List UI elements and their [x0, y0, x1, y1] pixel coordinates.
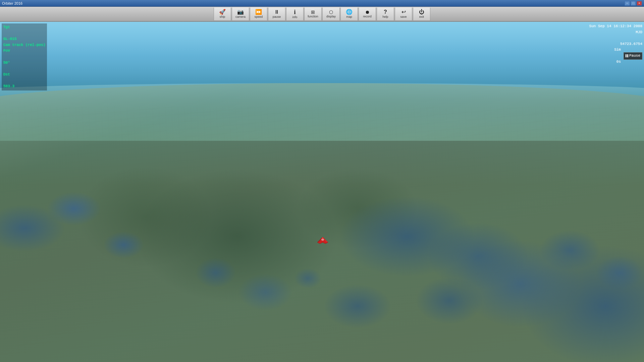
info-button[interactable]: i info [286, 7, 304, 21]
ship-label: ship [220, 15, 225, 18]
display-icon: ⬡ [329, 10, 333, 14]
record-button[interactable]: ⏺ record [359, 7, 376, 21]
viewport: Tgt GL-01S Cam track (rel-pos) FoV 50° D… [0, 22, 644, 362]
exit-button[interactable]: ⏻ exit [413, 7, 430, 21]
map-label: map [346, 15, 352, 18]
maximize-button[interactable]: □ [631, 1, 636, 6]
help-icon: ? [384, 9, 387, 15]
exit-label: exit [419, 15, 424, 18]
help-button[interactable]: ? help [377, 7, 394, 21]
pause-indicator: Pause [624, 52, 642, 60]
speed-label: speed [255, 15, 263, 18]
hud-fov-dst: FoV 50° Dst 583.3 [3, 48, 45, 89]
display-label: display [326, 15, 336, 18]
camera-button[interactable]: 📷 camera [232, 7, 249, 21]
pause-bars-icon [626, 54, 628, 57]
info-icon: i [294, 9, 296, 15]
hud-target: Tgt GL-01S [3, 24, 45, 42]
datetime-panel: Sun Sep 14 16:12:34 2008 MJD 54723.6754 … [589, 23, 642, 65]
ship-button[interactable]: 🚀 ship [214, 7, 231, 21]
exit-icon: ⏻ [419, 9, 424, 15]
info-label: info [292, 15, 298, 19]
save-label: save [400, 15, 407, 18]
function-icon: ⊞ [311, 10, 315, 14]
function-button[interactable]: ⊞ function [304, 7, 322, 21]
pause-label: pause [273, 15, 281, 18]
close-button[interactable]: ✕ [637, 1, 642, 6]
help-label: help [382, 15, 388, 18]
map-button[interactable]: 🌐 map [340, 7, 358, 21]
titlebar: Orbiter 2016 ─ □ ✕ [0, 0, 644, 7]
display-button[interactable]: ⬡ display [322, 7, 340, 21]
record-label: record [363, 15, 372, 18]
mjd-display: MJD 54723.6754 [589, 29, 642, 47]
toolbar: 🚀 ship 📷 camera ⏩ speed ⏸ pause i info ⊞… [0, 7, 644, 22]
function-label: function [308, 15, 318, 18]
save-button[interactable]: ↩ save [395, 7, 412, 21]
save-icon: ↩ [401, 9, 406, 15]
camera-icon: 📷 [237, 9, 244, 15]
window-title: Orbiter 2016 [2, 1, 625, 5]
pause-icon: ⏸ [274, 9, 279, 15]
camera-label: camera [235, 15, 246, 18]
pause-button[interactable]: ⏸ pause [268, 7, 285, 21]
record-icon: ⏺ [365, 10, 370, 14]
speed-icon: ⏩ [255, 9, 262, 15]
earth-surface [0, 83, 644, 362]
sim-pause-display: Sim 0s Pause [589, 47, 642, 65]
hud-panel: Tgt GL-01S Cam track (rel-pos) FoV 50° D… [2, 23, 47, 90]
hud-cam: Cam track (rel-pos) [3, 42, 45, 48]
window-controls: ─ □ ✕ [625, 1, 642, 6]
speed-button[interactable]: ⏩ speed [250, 7, 267, 21]
map-icon: 🌐 [346, 9, 353, 15]
date-display: Sun Sep 14 16:12:34 2008 [589, 23, 642, 29]
ship-icon: 🚀 [219, 9, 226, 15]
spacecraft [315, 236, 330, 245]
minimize-button[interactable]: ─ [625, 1, 630, 6]
